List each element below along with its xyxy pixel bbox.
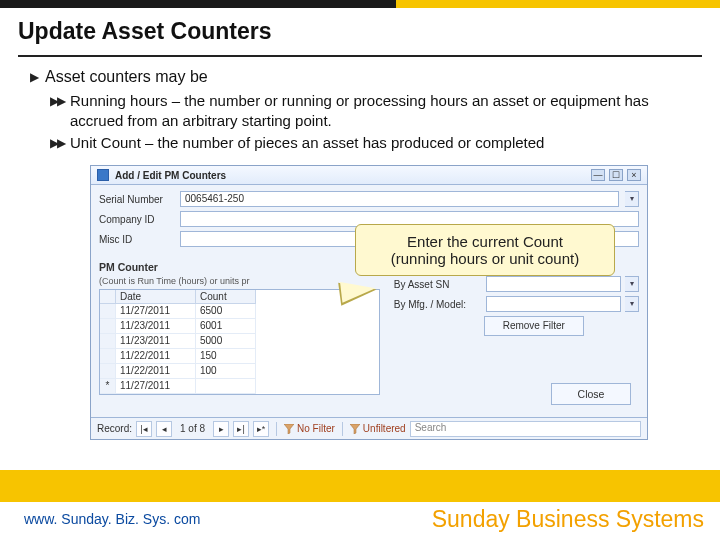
dropdown-icon[interactable]: ▾ [625,276,639,292]
grid-header-cell: Count [196,290,256,304]
cell-count[interactable]: 100 [196,364,256,379]
grid-row[interactable]: 11/27/2011 6500 [100,304,379,319]
cell-date[interactable]: 11/27/2011 [116,379,196,394]
funnel-icon [350,424,360,434]
nav-prev-button[interactable]: ◂ [156,421,172,437]
company-label: Company ID [99,214,174,225]
callout-line2: (running hours or unit count) [366,250,604,267]
grid-header-cell: Date [116,290,196,304]
bullet-icon: ▶▶ [50,91,64,131]
window-titlebar: Add / Edit PM Counters — ☐ × [91,166,647,185]
cell-date[interactable]: 11/23/2011 [116,334,196,349]
row-header [100,319,116,334]
grid-header-cell [100,290,116,304]
grid-row[interactable]: 11/23/2011 6001 [100,319,379,334]
filter-sn-dropdown[interactable] [486,276,621,292]
grid-row[interactable]: 11/22/2011 150 [100,349,379,364]
row-header [100,334,116,349]
slide-body: ▶ Asset counters may be ▶▶ Running hours… [0,67,720,440]
row-header: * [100,379,116,394]
callout-bubble: Enter the current Count (running hours o… [355,224,615,276]
dropdown-icon[interactable]: ▾ [625,296,639,312]
filter-mfg-label: By Mfg. / Model: [394,299,482,310]
sub-bullet-text: Running hours – the number or running or… [70,91,698,131]
record-label: Record: [97,423,132,434]
window-icon [97,169,109,181]
misc-label: Misc ID [99,234,174,245]
cell-date[interactable]: 11/22/2011 [116,349,196,364]
cell-count[interactable] [196,379,256,394]
cell-count[interactable]: 5000 [196,334,256,349]
nav-last-button[interactable]: ▸| [233,421,249,437]
no-filter-indicator[interactable]: No Filter [284,423,335,434]
dropdown-icon[interactable]: ▾ [625,191,639,207]
unfiltered-text: Unfiltered [363,423,406,434]
window-controls: — ☐ × [591,169,641,181]
close-button[interactable]: Close [551,383,631,405]
bullet-icon: ▶ [30,67,39,87]
sub-bullet: ▶▶ Unit Count – the number of pieces an … [50,133,698,153]
row-header [100,304,116,319]
accent-stripe [0,0,720,8]
nav-first-button[interactable]: |◂ [136,421,152,437]
bullet-main-text: Asset counters may be [45,67,208,87]
cell-count[interactable]: 6500 [196,304,256,319]
grid-row-new[interactable]: * 11/27/2011 [100,379,379,394]
pm-area: PM Counter (Count is Run Time (hours) or… [91,257,647,397]
callout-line1: Enter the current Count [366,233,604,250]
row-header [100,349,116,364]
footer-inner: www. Sunday. Biz. Sys. com Sunday Busine… [0,502,720,540]
footer-band: www. Sunday. Biz. Sys. com Sunday Busine… [0,470,720,540]
unfiltered-indicator[interactable]: Unfiltered [350,423,406,434]
sub-bullet-text: Unit Count – the number of pieces an ass… [70,133,544,153]
grid-row[interactable]: 11/23/2011 5000 [100,334,379,349]
remove-filter-button[interactable]: Remove Filter [484,316,584,336]
close-window-button[interactable]: × [627,169,641,181]
grid-row[interactable]: 11/22/2011 100 [100,364,379,379]
bullet-icon: ▶▶ [50,133,64,153]
serial-input[interactable]: 0065461-250 [180,191,619,207]
row-header [100,364,116,379]
filter-mfg-dropdown[interactable] [486,296,621,312]
title-area: Update Asset Counters [0,8,720,51]
search-input[interactable]: Search [410,421,641,437]
separator [276,422,277,436]
maximize-button[interactable]: ☐ [609,169,623,181]
serial-label: Serial Number [99,194,174,205]
nav-next-button[interactable]: ▸ [213,421,229,437]
record-counter: 1 of 8 [176,423,209,434]
cell-count[interactable]: 6001 [196,319,256,334]
footer-brand: Sunday Business Systems [432,506,704,533]
bullet-main: ▶ Asset counters may be [30,67,698,87]
cell-date[interactable]: 11/23/2011 [116,319,196,334]
nav-new-button[interactable]: ▸* [253,421,269,437]
cell-date[interactable]: 11/22/2011 [116,364,196,379]
footer-url: www. Sunday. Biz. Sys. com [24,511,200,527]
minimize-button[interactable]: — [591,169,605,181]
pm-counter-title: PM Counter [99,261,380,273]
title-rule [18,55,702,57]
window-title: Add / Edit PM Counters [115,170,226,181]
no-filter-text: No Filter [297,423,335,434]
filter-sn-label: By Asset SN [394,279,482,290]
sub-bullet: ▶▶ Running hours – the number or running… [50,91,698,131]
separator [342,422,343,436]
cell-date[interactable]: 11/27/2011 [116,304,196,319]
cell-count[interactable]: 150 [196,349,256,364]
record-navigator: Record: |◂ ◂ 1 of 8 ▸ ▸| ▸* No Filter Un… [91,417,647,439]
app-window: Add / Edit PM Counters — ☐ × Serial Numb… [90,165,648,440]
slide-title: Update Asset Counters [18,18,702,45]
funnel-icon [284,424,294,434]
sub-bullets: ▶▶ Running hours – the number or running… [30,91,698,153]
